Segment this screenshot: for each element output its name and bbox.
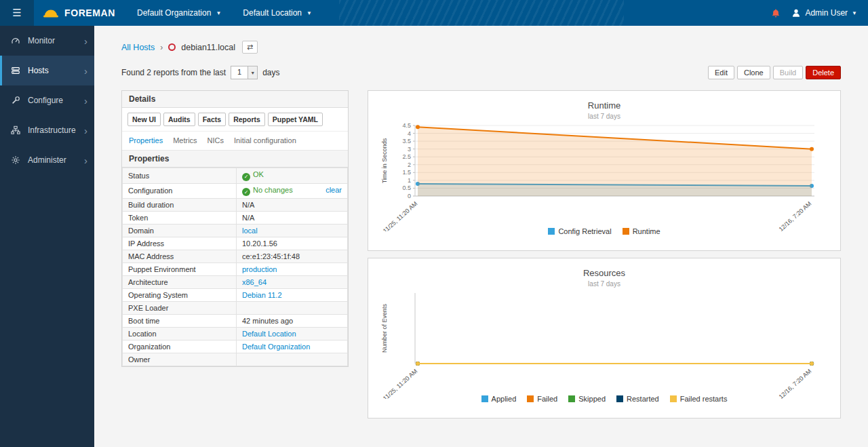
property-link[interactable]: Default Location: [242, 330, 296, 338]
table-row: Status✓OK: [123, 168, 348, 184]
location-selector[interactable]: Default Location ▼: [232, 0, 323, 26]
chevron-down-icon: ▼: [307, 10, 312, 16]
sidebar-item-label: Hosts: [28, 66, 84, 75]
bell-icon: [771, 8, 781, 18]
table-row: LocationDefault Location: [123, 328, 348, 341]
gear-icon: [11, 155, 24, 165]
sidebar-item-label: Configure: [28, 96, 84, 105]
chevron-right-icon: ›: [84, 96, 87, 106]
delete-button[interactable]: Delete: [806, 66, 841, 79]
property-link[interactable]: x86_64: [242, 278, 267, 286]
breadcrumb-all-hosts-link[interactable]: All Hosts: [121, 43, 155, 52]
table-row: IP Address10.20.1.56: [123, 237, 348, 250]
audits-button[interactable]: Audits: [163, 113, 195, 126]
svg-text:1: 1: [407, 177, 410, 184]
legend-swatch: [548, 228, 555, 235]
user-icon: [791, 8, 801, 18]
legend-item[interactable]: Runtime: [623, 227, 660, 235]
breadcrumb-separator: ›: [160, 43, 163, 52]
legend-swatch: [623, 228, 629, 235]
property-link[interactable]: production: [242, 265, 277, 273]
property-label: MAC Address: [123, 250, 237, 263]
property-link[interactable]: Debian 11.2: [242, 291, 282, 299]
property-value: Default Organization: [237, 341, 348, 353]
navbar-right: Admin User ▼: [771, 8, 868, 18]
new-ui-button[interactable]: New UI: [127, 113, 161, 126]
sidebar-item-label: Infrastructure: [28, 125, 84, 135]
property-label: Boot time: [123, 315, 237, 328]
report-days-select[interactable]: 1 ▼: [231, 66, 258, 79]
legend-item[interactable]: Skipped: [568, 395, 606, 403]
edit-button[interactable]: Edit: [708, 66, 734, 79]
table-row: Boot time42 minutes ago: [123, 315, 348, 328]
tab-initial-configuration[interactable]: Initial configuration: [234, 136, 296, 144]
clear-link[interactable]: clear: [326, 186, 342, 194]
legend-item[interactable]: Failed: [527, 395, 557, 403]
location-selector-label: Default Location: [243, 8, 302, 18]
legend-label: Failed restarts: [680, 395, 728, 403]
resources-chart-card: Resources last 7 days Number of Events11…: [368, 258, 841, 419]
property-value: ✓OK: [237, 168, 348, 184]
details-card: Details New UIAuditsFactsReportsPuppet Y…: [121, 90, 349, 367]
svg-text:3: 3: [407, 146, 410, 153]
property-value: ce:e1:23:45:1f:48: [237, 250, 348, 263]
foreman-logo-icon: [42, 7, 60, 19]
legend-label: Runtime: [633, 227, 660, 235]
svg-text:2.5: 2.5: [402, 153, 411, 160]
notifications-button[interactable]: [771, 8, 781, 18]
legend-item[interactable]: Failed restarts: [670, 395, 728, 403]
sidebar-item-hosts[interactable]: Hosts›: [0, 56, 94, 85]
property-value: N/A: [237, 212, 348, 225]
property-label: Domain: [123, 225, 237, 237]
svg-text:1.5: 1.5: [402, 169, 411, 176]
sidebar-item-monitor[interactable]: Monitor›: [0, 26, 94, 56]
property-label: Organization: [123, 341, 237, 353]
table-row: OrganizationDefault Organization: [123, 341, 348, 353]
resources-chart: Number of Events11/25, 11:20 AM12/16, 7:…: [376, 289, 833, 399]
sidebar-item-infrastructure[interactable]: Infrastructure›: [0, 115, 94, 145]
facts-button[interactable]: Facts: [198, 113, 226, 126]
tab-metrics[interactable]: Metrics: [173, 136, 197, 144]
nav-menu-toggle[interactable]: ☰: [0, 0, 34, 26]
legend-item[interactable]: Applied: [481, 395, 517, 403]
user-menu-label: Admin User: [805, 8, 848, 18]
sidebar-item-administer[interactable]: Administer›: [0, 145, 94, 175]
reports-count-text: Found 2 reports from the last: [121, 68, 226, 77]
organization-selector[interactable]: Default Organization ▼: [126, 0, 232, 26]
table-row: PXE Loader: [123, 302, 348, 315]
property-label: Status: [123, 168, 237, 184]
foreman-brand[interactable]: FOREMAN: [34, 7, 126, 19]
tab-nics[interactable]: NICs: [208, 136, 224, 144]
legend-label: Config Retrieval: [558, 227, 611, 235]
property-label: PXE Loader: [123, 302, 237, 315]
runtime-chart-subtitle: last 7 days: [374, 113, 835, 120]
property-label: Owner: [123, 353, 237, 366]
report-days-value: 1: [231, 66, 248, 79]
property-value: [237, 353, 348, 366]
chevron-down-icon: ▼: [216, 10, 221, 16]
property-value: local: [237, 225, 348, 237]
svg-text:Number of Events: Number of Events: [381, 303, 388, 353]
legend-item[interactable]: Restarted: [616, 395, 659, 403]
build-button[interactable]: Build: [773, 66, 803, 79]
host-action-buttons: Edit Clone Build Delete: [708, 66, 841, 79]
puppet-yaml-button[interactable]: Puppet YAML: [268, 113, 323, 126]
details-button-row: New UIAuditsFactsReportsPuppet YAML: [122, 108, 348, 132]
user-menu[interactable]: Admin User ▼: [791, 8, 857, 18]
svg-text:4.5: 4.5: [402, 122, 411, 129]
details-tabs: PropertiesMetricsNICsInitial configurati…: [122, 132, 348, 151]
breadcrumb-switcher-button[interactable]: ⇄: [242, 41, 258, 54]
reports-days-label: days: [262, 68, 279, 77]
legend-item[interactable]: Config Retrieval: [548, 227, 611, 235]
property-label: Puppet Environment: [123, 263, 237, 276]
property-link[interactable]: local: [242, 227, 258, 235]
property-value: Debian 11.2: [237, 289, 348, 302]
table-row: Domainlocal: [123, 225, 348, 237]
sidebar-item-configure[interactable]: Configure›: [0, 85, 94, 115]
chevron-right-icon: ›: [84, 155, 87, 166]
clone-button[interactable]: Clone: [737, 66, 770, 79]
tab-properties[interactable]: Properties: [129, 136, 163, 144]
main-content: All Hosts › debian11.local ⇄ Found 2 rep…: [94, 26, 868, 447]
reports-button[interactable]: Reports: [229, 113, 265, 126]
property-link[interactable]: Default Organization: [242, 343, 310, 351]
